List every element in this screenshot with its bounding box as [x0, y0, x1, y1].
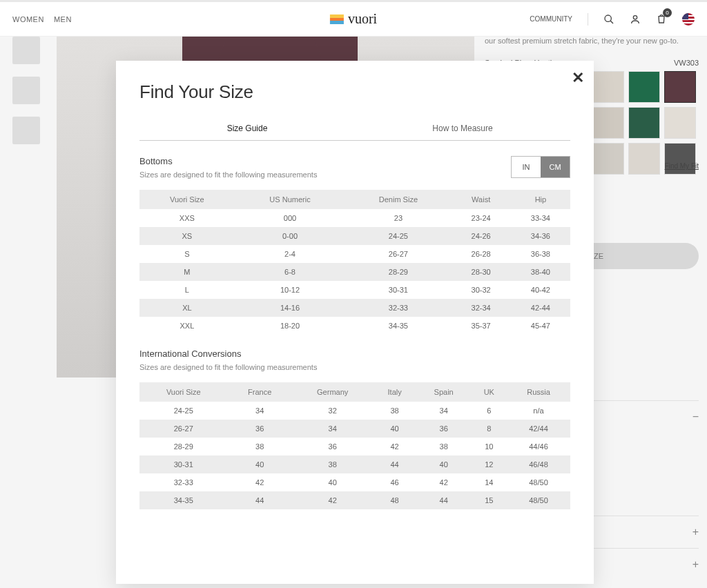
- table-header: Italy: [373, 382, 416, 402]
- table-header: Denim Size: [345, 190, 451, 209]
- table-row: 30-31403844401246/48: [139, 455, 570, 473]
- section-subtitle: Sizes are designed to fit the following …: [139, 363, 570, 371]
- close-icon[interactable]: ✕: [572, 69, 584, 87]
- unit-in[interactable]: IN: [512, 157, 541, 177]
- table-row: 24-25343238346n/a: [139, 402, 570, 420]
- size-table-international: Vuori SizeFranceGermanyItalySpainUKRussi…: [139, 382, 570, 509]
- table-header: Hip: [511, 190, 570, 209]
- table-header: UK: [472, 382, 507, 402]
- table-header: Spain: [416, 382, 472, 402]
- table-row: 26-2736344036842/44: [139, 420, 570, 438]
- table-header: France: [228, 382, 292, 402]
- table-header: Germany: [292, 382, 374, 402]
- unit-cm[interactable]: CM: [541, 157, 570, 177]
- table-row: XS0-0024-2524-2634-36: [139, 227, 570, 245]
- table-row: M6-828-2928-3038-40: [139, 263, 570, 281]
- size-guide-modal: ✕ Find Your Size Size Guide How to Measu…: [116, 61, 594, 584]
- table-row: 32-33424046421448/50: [139, 473, 570, 491]
- table-header: US Numeric: [235, 190, 346, 209]
- unit-toggle: IN CM: [511, 156, 570, 178]
- table-row: L10-1230-3130-3240-42: [139, 281, 570, 299]
- table-row: XL14-1632-3332-3442-44: [139, 299, 570, 317]
- section-subtitle: Sizes are designed to fit the following …: [139, 170, 317, 179]
- section-title: Bottoms: [139, 156, 317, 166]
- table-header: Waist: [452, 190, 511, 209]
- section-title: International Conversions: [139, 349, 570, 359]
- table-header: Vuori Size: [139, 190, 235, 209]
- table-row: 28-29383642381044/46: [139, 438, 570, 455]
- table-row: XXL18-2034-3535-3745-47: [139, 317, 570, 335]
- modal-title: Find Your Size: [139, 81, 570, 103]
- table-row: S2-426-2726-2836-38: [139, 245, 570, 263]
- table-row: 34-35444248441548/50: [139, 491, 570, 509]
- table-header: Russia: [507, 382, 570, 402]
- tab-size-guide[interactable]: Size Guide: [139, 117, 355, 140]
- tab-how-to-measure[interactable]: How to Measure: [355, 117, 570, 140]
- table-header: Vuori Size: [139, 382, 228, 402]
- size-table-bottoms: Vuori SizeUS NumericDenim SizeWaistHip X…: [139, 190, 570, 335]
- table-row: XXS0002323-2433-34: [139, 209, 570, 227]
